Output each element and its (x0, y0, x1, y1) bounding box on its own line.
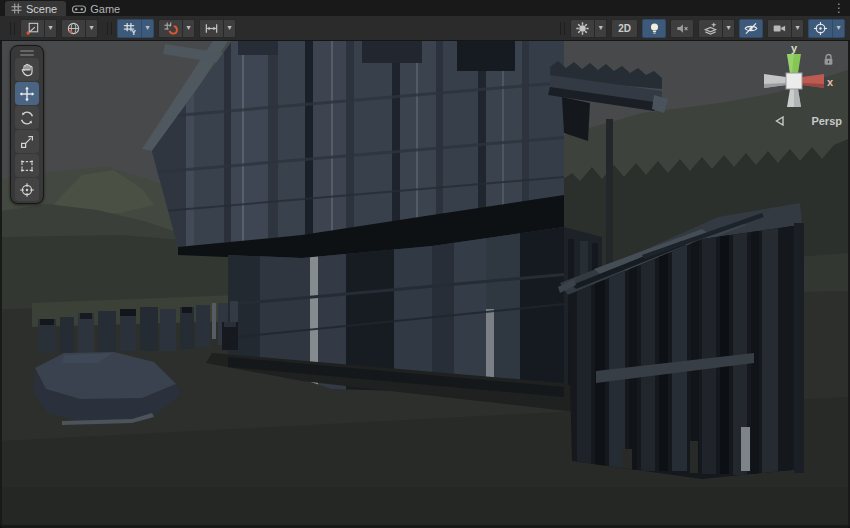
grid-axis-dropdown[interactable]: ▾ (141, 19, 154, 38)
overlay-separator (560, 22, 565, 35)
draw-mode-group: ▾ (570, 19, 607, 38)
pivot-mode-dropdown[interactable]: ▾ (44, 19, 57, 38)
shed-corner-post (794, 223, 804, 473)
draw-mode-button[interactable] (570, 19, 594, 38)
gizmo-center-cube[interactable] (786, 73, 802, 89)
camera-settings-button[interactable] (767, 19, 791, 38)
overlay-separator (10, 22, 15, 35)
overlay-drag-handle[interactable] (13, 48, 41, 57)
gizmos-dropdown[interactable]: ▾ (832, 19, 845, 38)
move-tool-icon (19, 86, 35, 102)
tree-trunk (606, 119, 613, 283)
grid-axis-button[interactable]: Y (117, 19, 141, 38)
pivot-mode-button[interactable] (20, 19, 44, 38)
rotate-tool-icon (19, 110, 35, 126)
persp-arrow-icon (775, 116, 784, 126)
rect-tool-button[interactable] (15, 154, 39, 177)
camera-settings-group: ▾ (767, 19, 804, 38)
gizmo-lock[interactable] (823, 53, 834, 66)
rotate-tool-button[interactable] (15, 106, 39, 129)
gizmos-group: ▾ (808, 19, 845, 38)
lighting-icon (647, 21, 662, 36)
visibility-icon (743, 21, 759, 36)
tab-game[interactable]: Game (66, 1, 129, 16)
camera-icon (772, 21, 787, 36)
scene-visibility-button[interactable] (739, 19, 763, 38)
scene-lighting-button[interactable] (642, 19, 666, 38)
svg-text:Y: Y (131, 28, 136, 35)
tab-bar: Scene Game ⋮ (0, 0, 850, 16)
audio-icon (675, 21, 690, 36)
shed-light-plank (741, 427, 750, 471)
overlay-separator (107, 22, 112, 35)
projection-label: Persp (811, 115, 842, 127)
snap-grid-group: ▾ (158, 19, 195, 38)
orientation-gizmo: y x Persp (750, 43, 842, 127)
tab-game-label: Game (90, 3, 120, 15)
view-tool-button[interactable] (15, 58, 39, 81)
pivot-mode-group: ▾ (20, 19, 57, 38)
gizmos-button[interactable] (808, 19, 832, 38)
draw-mode-icon (575, 21, 590, 36)
tab-scene-label: Scene (26, 3, 57, 15)
scene-render (2, 41, 848, 525)
move-tool-button[interactable] (15, 82, 39, 105)
gizmos-icon (813, 21, 828, 36)
foreground-vignette (2, 487, 848, 525)
rect-tool-icon (19, 158, 35, 174)
2d-mode-button[interactable]: 2D (611, 19, 638, 38)
camera-settings-dropdown[interactable]: ▾ (791, 19, 804, 38)
hand-tool-icon (19, 62, 35, 78)
grid-axis-icon: Y (122, 21, 137, 36)
orientation-group: ▾ (61, 19, 98, 38)
transform-tool-button[interactable] (15, 178, 39, 201)
scene-viewport[interactable]: y x Persp (2, 41, 848, 525)
scene-audio-button[interactable] (670, 19, 694, 38)
tab-scene[interactable]: Scene (5, 1, 66, 16)
snap-grid-icon (163, 21, 178, 36)
axis-y-label: y (791, 43, 798, 54)
game-gamepad-icon (72, 4, 86, 14)
scale-tool-icon (19, 134, 35, 150)
tools-overlay (10, 45, 44, 204)
draw-mode-dropdown[interactable]: ▾ (594, 19, 607, 38)
orientation-dropdown[interactable]: ▾ (85, 19, 98, 38)
effects-button[interactable] (698, 19, 722, 38)
increment-snap-group: ▾ (199, 19, 236, 38)
increment-snap-icon (204, 21, 219, 36)
lock-icon (823, 53, 834, 66)
effects-group: ▾ (698, 19, 735, 38)
pivot-icon (25, 21, 40, 36)
increment-snap-button[interactable] (199, 19, 223, 38)
transform-tool-icon (19, 182, 35, 198)
view-options-cluster: ▾ 2D (555, 19, 845, 38)
axis-x-label: x (827, 76, 834, 88)
window-menu-button[interactable]: ⋮ (833, 0, 845, 16)
snap-to-grid-dropdown[interactable]: ▾ (182, 19, 195, 38)
scale-tool-button[interactable] (15, 130, 39, 153)
projection-toggle[interactable]: Persp (750, 115, 842, 127)
orientation-icon (66, 21, 81, 36)
scene-toolbar: ▾ ▾ Y (0, 16, 850, 41)
snap-to-grid-button[interactable] (158, 19, 182, 38)
scene-grid-icon (11, 3, 22, 14)
effects-dropdown[interactable]: ▾ (722, 19, 735, 38)
unity-editor-window: Scene Game ⋮ ▾ (0, 0, 850, 528)
orientation-button[interactable] (61, 19, 85, 38)
increment-snap-dropdown[interactable]: ▾ (223, 19, 236, 38)
effects-icon (703, 21, 718, 36)
grid-visibility-group: Y ▾ (117, 19, 154, 38)
